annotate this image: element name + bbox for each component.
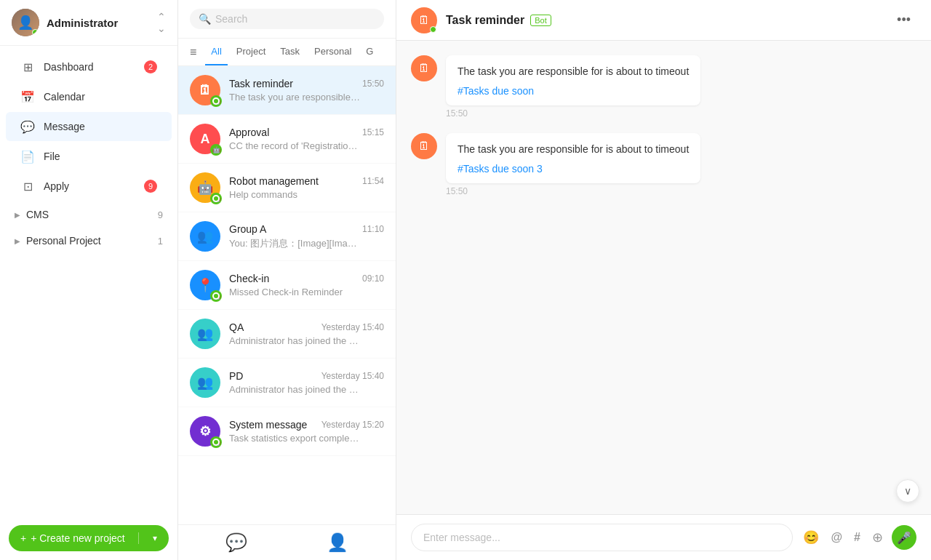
message-time: 15:50 xyxy=(446,108,700,119)
conv-name: Group A xyxy=(229,223,266,235)
conv-avatar: 🤖 🤖 xyxy=(190,172,220,203)
sidebar-header: 👤 Administrator ⌃⌄ xyxy=(0,0,177,46)
message-group: 🗓 The task you are responsible for is ab… xyxy=(411,133,916,196)
search-box[interactable]: 🔍 xyxy=(190,9,384,29)
message-panel-footer: 💬 👤 xyxy=(178,524,396,560)
sidebar-section-cms[interactable]: ▶ CMS 9 xyxy=(0,201,177,228)
conv-avatar: 📍 🤖 xyxy=(190,270,220,300)
conv-info: Group A 11:10 You: 图片消息：[Image][Image][I… xyxy=(229,223,384,250)
chat-bot-badge: Bot xyxy=(530,15,551,26)
calendar-icon: 📅 xyxy=(20,89,35,104)
sidebar-item-file[interactable]: 📄 File xyxy=(6,142,172,171)
conv-preview: Missed Check-in Reminder xyxy=(229,287,360,297)
avatar-online-indicator xyxy=(32,29,39,36)
chat-header-actions: ••• xyxy=(891,9,916,31)
conv-avatar: ⚙ 🤖 xyxy=(190,416,220,447)
search-container: 🔍 xyxy=(178,0,396,39)
sidebar-item-message[interactable]: 💬 Message xyxy=(6,112,172,141)
sidebar-sort-icon[interactable]: ⌃⌄ xyxy=(157,11,166,34)
tab-project[interactable]: Project xyxy=(231,39,271,65)
conv-name: Check-in xyxy=(229,273,269,284)
message-text: The task you are responsible for is abou… xyxy=(457,64,689,79)
conv-preview: Administrator has joined the group xyxy=(229,384,360,395)
conv-preview: CC the record of 'Registration of colle.… xyxy=(229,140,360,151)
conversation-item-qa[interactable]: 👥 QA Yesterday 15:40 Administrator has j… xyxy=(178,310,396,359)
conv-preview: The task you are responsible for is ab..… xyxy=(229,92,360,103)
conversation-item-group-a[interactable]: 👥 Group A 11:10 You: 图片消息：[Image][Image]… xyxy=(178,212,396,261)
plus-icon: + xyxy=(20,532,26,544)
conv-info: Task reminder 15:50 The task you are res… xyxy=(229,78,384,103)
at-button[interactable]: @ xyxy=(828,528,845,547)
create-btn-dropdown-icon[interactable]: ▾ xyxy=(153,533,157,543)
sidebar-item-calendar[interactable]: 📅 Calendar xyxy=(6,82,172,111)
online-indicator xyxy=(212,97,220,105)
conversation-item-approval[interactable]: A 🤖 Approval 15:15 CC the record of 'Reg… xyxy=(178,115,396,164)
message-list-panel: 🔍 ≡ All Project Task Personal G 🗓 🤖 Task… xyxy=(178,0,396,560)
conv-time: Yesterday 15:20 xyxy=(321,420,384,430)
sidebar-item-label: Message xyxy=(44,121,157,132)
emoji-button[interactable]: 😊 xyxy=(800,527,822,548)
online-indicator xyxy=(212,195,220,202)
sidebar-item-apply[interactable]: ⊡ Apply 9 xyxy=(6,172,172,201)
conv-header: Task reminder 15:50 xyxy=(229,78,384,89)
conversation-item-pd[interactable]: 👥 PD Yesterday 15:40 Administrator has j… xyxy=(178,359,396,407)
message-content: The task you are responsible for is abou… xyxy=(446,55,700,119)
sidebar-item-dashboard[interactable]: ⊞ Dashboard 2 xyxy=(6,52,172,81)
scroll-down-button[interactable]: ∨ xyxy=(896,479,919,503)
contacts-icon[interactable]: 👤 xyxy=(327,532,348,553)
sidebar: 👤 Administrator ⌃⌄ ⊞ Dashboard 2 📅 Calen… xyxy=(0,0,178,560)
conversation-item-task-reminder[interactable]: 🗓 🤖 Task reminder 15:50 The task you are… xyxy=(178,66,396,115)
conv-header: Check-in 09:10 xyxy=(229,273,384,284)
message-text: The task you are responsible for is abou… xyxy=(457,142,689,157)
sidebar-section-personal-project[interactable]: ▶ Personal Project 1 xyxy=(0,228,177,254)
chat-area: 🗓 Task reminder Bot ••• 🗓 The task you a… xyxy=(396,0,931,560)
file-icon: 📄 xyxy=(20,149,35,164)
attachment-button[interactable]: ⊕ xyxy=(869,527,886,548)
online-indicator xyxy=(212,439,220,446)
mic-icon: 🎤 xyxy=(897,531,911,545)
conv-info: Robot management 11:54 Help commands xyxy=(229,175,384,200)
cms-arrow-icon: ▶ xyxy=(15,211,20,219)
chat-title: Task reminder xyxy=(446,14,524,27)
sidebar-item-label: Dashboard xyxy=(44,61,144,73)
microphone-button[interactable]: 🎤 xyxy=(892,525,916,550)
conv-name: PD xyxy=(229,370,243,382)
bot-badge: 🤖 xyxy=(210,144,222,156)
message-time: 15:50 xyxy=(446,186,700,196)
message-tabs: ≡ All Project Task Personal G xyxy=(178,39,396,66)
conv-preview: You: 图片消息：[Image][Image][Imag... xyxy=(229,237,360,250)
conv-header: System message Yesterday 15:20 xyxy=(229,419,384,431)
chat-icon[interactable]: 💬 xyxy=(225,532,247,553)
hash-button[interactable]: # xyxy=(851,528,863,547)
tab-task[interactable]: Task xyxy=(274,39,305,65)
conv-header: QA Yesterday 15:40 xyxy=(229,321,384,333)
more-options-button[interactable]: ••• xyxy=(891,9,916,31)
conversation-item-robot-management[interactable]: 🤖 🤖 Robot management 11:54 Help commands xyxy=(178,164,396,212)
message-bubble: The task you are responsible for is abou… xyxy=(446,55,700,105)
sidebar-username: Administrator xyxy=(47,17,157,29)
conv-time: 15:15 xyxy=(362,127,384,137)
conv-avatar: 👥 xyxy=(190,221,220,252)
create-btn-label: + + Create new project xyxy=(20,532,125,544)
apply-badge: 9 xyxy=(144,180,157,193)
conversation-item-checkin[interactable]: 📍 🤖 Check-in 09:10 Missed Check-in Remin… xyxy=(178,261,396,310)
tab-all[interactable]: All xyxy=(205,39,227,65)
conv-time: 11:54 xyxy=(362,176,384,186)
hamburger-icon[interactable]: ≡ xyxy=(190,46,196,59)
conv-preview: Task statistics export completed xyxy=(229,433,360,444)
create-btn-divider xyxy=(138,532,139,544)
search-input[interactable] xyxy=(215,13,375,25)
cms-count: 9 xyxy=(158,209,163,220)
message-sender-avatar: 🗓 xyxy=(411,133,437,159)
tab-g[interactable]: G xyxy=(360,39,379,65)
conversation-item-system-message[interactable]: ⚙ 🤖 System message Yesterday 15:20 Task … xyxy=(178,407,396,456)
bot-icon: 🤖 xyxy=(212,146,220,153)
online-indicator xyxy=(212,292,220,300)
create-project-button[interactable]: + + Create new project ▾ xyxy=(9,525,169,551)
chat-messages: 🗓 The task you are responsible for is ab… xyxy=(396,41,931,514)
message-bubble: The task you are responsible for is abou… xyxy=(446,133,700,183)
conv-name: Approval xyxy=(229,127,269,138)
chat-input-area: 😊 @ # ⊕ 🎤 xyxy=(396,514,931,560)
message-input[interactable] xyxy=(411,524,793,551)
tab-personal[interactable]: Personal xyxy=(308,39,357,65)
